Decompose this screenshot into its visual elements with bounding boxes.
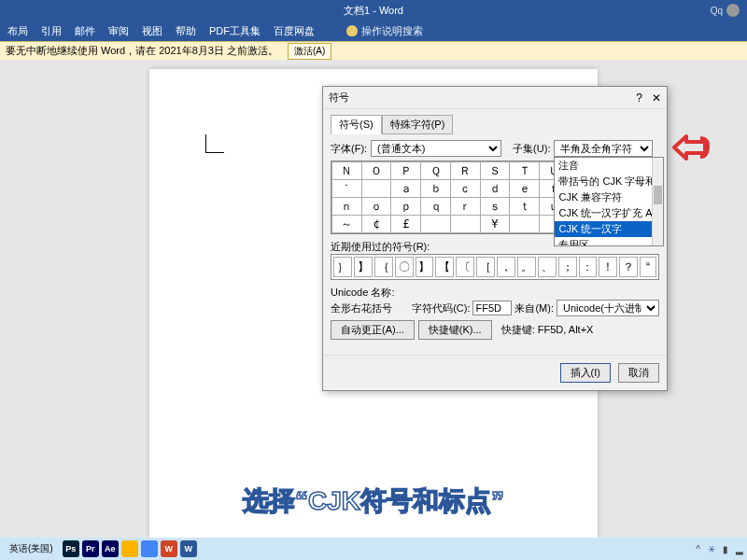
grid-cell[interactable]: ｎ	[332, 198, 362, 216]
recent-symbol[interactable]: ｛	[374, 257, 393, 277]
cancel-button[interactable]: 取消	[618, 363, 659, 383]
subset-option[interactable]: 注音	[555, 158, 663, 174]
tellme-search[interactable]: 操作说明搜索	[346, 24, 423, 38]
avatar[interactable]	[726, 4, 740, 17]
grid-cell[interactable]: ｑ	[421, 198, 451, 216]
grid-cell[interactable]: Ｔ	[510, 162, 540, 180]
taskbar-app-icon[interactable]	[141, 540, 158, 557]
account-area[interactable]: Qq	[711, 4, 740, 17]
subset-option[interactable]: 专用区	[555, 237, 663, 246]
tab-view[interactable]: 视图	[142, 24, 162, 38]
taskbar-app-icon[interactable]: W	[180, 540, 197, 557]
tab-special-chars[interactable]: 特殊字符(P)	[382, 115, 454, 134]
tab-symbols[interactable]: 符号(S)	[331, 115, 382, 134]
taskbar-app-icon[interactable]: Ps	[63, 540, 79, 557]
grid-cell[interactable]: ｏ	[361, 198, 391, 216]
window-title: 文档1 - Word	[344, 4, 403, 18]
activate-button[interactable]: 激活(A)	[288, 43, 331, 60]
recent-symbol[interactable]: ；	[558, 257, 577, 277]
subset-option[interactable]: CJK 统一汉字扩充 A	[555, 205, 663, 221]
recent-symbol[interactable]: 。	[517, 257, 536, 277]
grid-cell[interactable]	[450, 216, 480, 233]
subset-dropdown: 注音带括号的 CJK 字母和月份CJK 兼容字符CJK 统一汉字扩充 ACJK …	[554, 157, 664, 246]
grid-cell[interactable]: Ｓ	[480, 162, 510, 180]
close-icon[interactable]: ✕	[652, 91, 661, 105]
recent-symbol[interactable]: 〔	[456, 257, 474, 277]
recent-symbol[interactable]: ？	[619, 257, 638, 277]
grid-cell[interactable]	[510, 216, 540, 233]
scrollbar-thumb[interactable]	[654, 186, 662, 204]
autocorrect-button[interactable]: 自动更正(A)...	[331, 320, 415, 340]
tab-help[interactable]: 帮助	[176, 24, 196, 38]
grid-cell[interactable]: £	[391, 216, 421, 233]
tab-review[interactable]: 审阅	[108, 24, 129, 38]
grid-cell[interactable]: ｀	[332, 180, 362, 198]
grid-cell[interactable]: ¢	[361, 216, 391, 233]
grid-cell[interactable]: ｐ	[391, 198, 421, 216]
grid-cell[interactable]	[421, 216, 451, 233]
recent-symbol[interactable]: ｝	[333, 257, 352, 277]
grid-cell[interactable]: ～	[332, 216, 362, 233]
grid-cell[interactable]: ｃ	[450, 180, 480, 198]
grid-cell[interactable]: ｄ	[480, 180, 510, 198]
tab-references[interactable]: 引用	[41, 24, 62, 38]
grid-cell[interactable]: ａ	[391, 180, 421, 198]
status-language[interactable]: 英语(美国)	[4, 542, 59, 555]
recent-symbol[interactable]: ：	[579, 257, 598, 277]
bluetooth-icon[interactable]: ⚹	[708, 543, 715, 554]
font-label: 字体(F):	[331, 142, 367, 156]
unicode-name: 全形右花括号	[331, 301, 392, 315]
recent-symbols: ｝】｛〇】【〔［，。、；：！？“	[331, 254, 659, 280]
dialog-footer: 插入(I) 取消	[323, 355, 667, 390]
recent-symbol[interactable]: 【	[435, 257, 454, 277]
grid-cell[interactable]: Ｑ	[421, 162, 451, 180]
from-label: 来自(M):	[514, 301, 554, 315]
dropdown-scrollbar[interactable]	[652, 158, 663, 245]
grid-cell[interactable]	[361, 180, 391, 198]
subset-option[interactable]: CJK 兼容字符	[555, 189, 663, 205]
char-code-input[interactable]	[472, 301, 512, 315]
recent-symbol[interactable]: 】	[416, 257, 434, 277]
grid-cell[interactable]: ｓ	[480, 198, 510, 216]
recent-symbol[interactable]: 、	[538, 257, 557, 277]
grid-cell[interactable]: ｔ	[510, 198, 540, 216]
recent-symbol[interactable]: ！	[599, 257, 617, 277]
grid-cell[interactable]: Ｎ	[332, 162, 362, 180]
pointing-hand-icon	[672, 131, 710, 168]
grid-cell[interactable]: Ｏ	[361, 162, 391, 180]
subset-option[interactable]: CJK 统一汉字	[555, 221, 663, 237]
system-tray[interactable]: ^ ⚹ ▮ ▂	[696, 543, 743, 554]
dialog-titlebar[interactable]: 符号 ? ✕	[323, 87, 667, 109]
insert-button[interactable]: 插入(I)	[560, 363, 611, 383]
recent-symbol[interactable]: 〇	[395, 257, 414, 277]
dialog-title: 符号	[329, 91, 349, 105]
shortcut-button[interactable]: 快捷键(K)...	[418, 320, 492, 340]
recent-symbol[interactable]: ［	[476, 257, 495, 277]
recent-symbol[interactable]: “	[640, 257, 656, 277]
taskbar-app-icon[interactable]: W	[161, 540, 177, 557]
grid-cell[interactable]: ¥	[480, 216, 510, 233]
grid-cell[interactable]: ｒ	[450, 198, 480, 216]
taskbar-app-icon[interactable]	[121, 540, 138, 557]
recent-symbol[interactable]: 】	[354, 257, 373, 277]
from-select[interactable]: Unicode(十六进制)	[557, 300, 659, 316]
grid-cell[interactable]: Ｒ	[450, 162, 480, 180]
tab-pdf[interactable]: PDF工具集	[209, 24, 261, 38]
taskbar-app-icon[interactable]: Ae	[102, 540, 119, 557]
recent-symbol[interactable]: ，	[497, 257, 515, 277]
tab-baidu[interactable]: 百度网盘	[274, 24, 315, 38]
grid-cell[interactable]: ｂ	[421, 180, 451, 198]
taskbar-app-icon[interactable]: Pr	[82, 540, 99, 557]
wifi-icon[interactable]: ▂	[736, 544, 743, 554]
subset-option[interactable]: 带括号的 CJK 字母和月份	[555, 174, 663, 189]
tray-up-icon[interactable]: ^	[696, 544, 700, 554]
grid-cell[interactable]: ｅ	[510, 180, 540, 198]
help-icon[interactable]: ?	[636, 91, 642, 105]
font-select[interactable]: (普通文本)	[371, 140, 501, 157]
battery-icon[interactable]: ▮	[723, 544, 728, 554]
tab-mailings[interactable]: 邮件	[75, 24, 95, 38]
grid-cell[interactable]: Ｐ	[391, 162, 421, 180]
text-cursor-indicator	[205, 134, 224, 153]
subset-select[interactable]: 半角及全角字符	[554, 140, 653, 157]
tab-layout[interactable]: 布局	[7, 24, 28, 38]
